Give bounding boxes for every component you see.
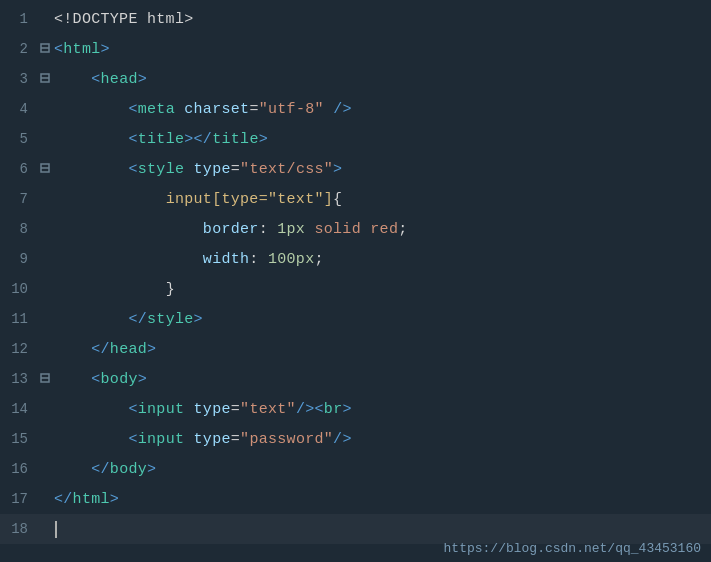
line-number: 5 [0, 131, 38, 147]
code-content: <title></title> [54, 131, 268, 148]
code-line: 12 </head> [0, 334, 711, 364]
line-number: 2 [0, 41, 38, 57]
code-editor: 1 <!DOCTYPE html>2<html>3 <head>4 <meta … [0, 0, 711, 562]
line-number: 3 [0, 71, 38, 87]
code-content: border: 1px solid red; [54, 221, 408, 238]
line-number: 17 [0, 491, 38, 507]
code-content: </body> [54, 461, 156, 478]
code-line: 9 width: 100px; [0, 244, 711, 274]
line-number: 15 [0, 431, 38, 447]
line-number: 1 [0, 11, 38, 27]
code-content: <!DOCTYPE html> [54, 11, 194, 28]
fold-icon[interactable] [38, 373, 52, 386]
line-number: 12 [0, 341, 38, 357]
code-content: <head> [54, 71, 147, 88]
code-line: 2<html> [0, 34, 711, 64]
code-lines: 1 <!DOCTYPE html>2<html>3 <head>4 <meta … [0, 0, 711, 562]
fold-icon[interactable] [38, 163, 52, 176]
line-number: 13 [0, 371, 38, 387]
line-number: 18 [0, 521, 38, 537]
code-line: 4 <meta charset="utf-8" /> [0, 94, 711, 124]
line-number: 7 [0, 191, 38, 207]
code-line: 11 </style> [0, 304, 711, 334]
code-content: <html> [54, 41, 110, 58]
code-line: 10 } [0, 274, 711, 304]
code-line: 17 </html> [0, 484, 711, 514]
code-content: </html> [54, 491, 119, 508]
code-line: 8 border: 1px solid red; [0, 214, 711, 244]
fold-icon[interactable] [38, 43, 52, 56]
fold-icon[interactable] [38, 73, 52, 86]
code-line: 6 <style type="text/css"> [0, 154, 711, 184]
code-content: </head> [54, 341, 156, 358]
code-content: <style type="text/css"> [54, 161, 342, 178]
line-number: 11 [0, 311, 38, 327]
code-content: <meta charset="utf-8" /> [54, 101, 352, 118]
code-content: <input type="password"/> [54, 431, 352, 448]
code-line: 18 [0, 514, 711, 544]
code-line: 15 <input type="password"/> [0, 424, 711, 454]
code-line: 1 <!DOCTYPE html> [0, 4, 711, 34]
code-line: 3 <head> [0, 64, 711, 94]
code-line: 13 <body> [0, 364, 711, 394]
code-line: 14 <input type="text"/><br> [0, 394, 711, 424]
line-number: 9 [0, 251, 38, 267]
url-bar: https://blog.csdn.net/qq_43453160 [444, 541, 701, 556]
code-content: width: 100px; [54, 251, 324, 268]
code-content: input[type="text"]{ [54, 191, 342, 208]
code-line: 5 <title></title> [0, 124, 711, 154]
line-number: 6 [0, 161, 38, 177]
code-content: <input type="text"/><br> [54, 401, 352, 418]
code-content [54, 521, 66, 538]
line-number: 16 [0, 461, 38, 477]
code-line: 7 input[type="text"]{ [0, 184, 711, 214]
line-number: 14 [0, 401, 38, 417]
line-number: 8 [0, 221, 38, 237]
code-content: <body> [54, 371, 147, 388]
line-number: 4 [0, 101, 38, 117]
code-content: </style> [54, 311, 203, 328]
line-number: 10 [0, 281, 38, 297]
code-line: 16 </body> [0, 454, 711, 484]
code-content: } [54, 281, 175, 298]
